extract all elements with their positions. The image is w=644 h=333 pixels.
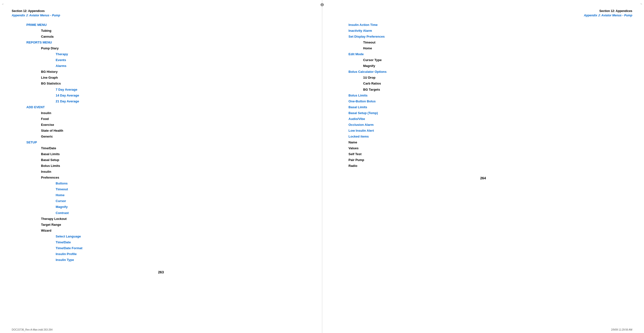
menu-item: Insulin [12, 169, 310, 175]
right-appendix-title: Appendix J: Aviator Menus - Pump [584, 13, 632, 18]
menu-item: Low Insulin Alert [334, 128, 632, 134]
menu-item: Wizard [12, 228, 310, 234]
right-page: Section 12: Appendices Appendix J: Aviat… [322, 0, 644, 333]
menu-item: Target Range [12, 222, 310, 228]
menu-item: Contrast [12, 210, 310, 216]
right-page-header: Section 12: Appendices Appendix J: Aviat… [334, 9, 632, 18]
footer: DOC15736_Rev-A-Man.indd 263-264 2/9/09 1… [0, 328, 644, 331]
menu-item: 1U Drop [334, 75, 632, 81]
menu-item: Timeout [12, 186, 310, 192]
menu-item: Audio/Vibe [334, 116, 632, 122]
menu-item: Bolus Calculator Options [334, 69, 632, 75]
right-page-number: 264 [334, 176, 632, 180]
left-page: Section 12: Appendices Appendix J: Aviat… [0, 0, 322, 333]
menu-item: Magnify [334, 63, 632, 69]
menu-item: Basal Limits [334, 104, 632, 110]
left-page-number: 263 [12, 270, 310, 274]
menu-item: Generic [12, 134, 310, 140]
menu-item: Magnify [12, 204, 310, 210]
menu-item: BG Targets [334, 87, 632, 93]
menu-item: Insulin Profile [12, 251, 310, 257]
menu-item: ADD EVENT [12, 104, 310, 110]
menu-item: Insulin Type [12, 257, 310, 263]
left-header-left: Section 12: Appendices Appendix J: Aviat… [12, 9, 60, 18]
menu-item: Therapy [12, 51, 310, 57]
menu-item: Inactivity Alarm [334, 28, 632, 34]
menu-item: Self Test [334, 151, 632, 157]
menu-item: Radio [334, 163, 632, 169]
menu-item: Values [334, 145, 632, 151]
menu-item: Insulin Action Time [334, 22, 632, 28]
menu-item: Cursor [12, 198, 310, 204]
menu-item: Pair Pump [334, 157, 632, 163]
menu-item: One-Button Bolus [334, 99, 632, 104]
footer-left: DOC15736_Rev-A-Man.indd 263-264 [12, 328, 52, 331]
menu-item: Tubing [12, 28, 310, 34]
menu-item: Carb Ratios [334, 81, 632, 87]
menu-item: Bolus Limits [334, 93, 632, 99]
right-header-right: Section 12: Appendices Appendix J: Aviat… [584, 9, 632, 18]
menu-item: Basal Setup (Temp) [334, 110, 632, 116]
menu-item: Name [334, 140, 632, 145]
menu-item: Alarms [12, 63, 310, 69]
menu-item: Set Display Preferences [334, 34, 632, 40]
menu-item: Pump Diary [12, 46, 310, 51]
menu-item: Food [12, 116, 310, 122]
menu-item: 21 Day Average [12, 99, 310, 104]
left-menu-list: PRIME MENUTubingCannulaREPORTS MENUPump … [12, 22, 310, 263]
menu-item: Buttons [12, 181, 310, 186]
left-page-header: Section 12: Appendices Appendix J: Aviat… [12, 9, 310, 18]
menu-item: Preferences [12, 175, 310, 181]
menu-item: REPORTS MENU [12, 40, 310, 46]
menu-item: Timeout [334, 40, 632, 46]
menu-item: Line Graph [12, 75, 310, 81]
menu-item: State of Health [12, 128, 310, 134]
menu-item: Time/Date [12, 239, 310, 245]
left-section-title: Section 12: Appendices [12, 9, 60, 13]
menu-item: PRIME MENU [12, 22, 310, 28]
menu-item: Therapy Lockout [12, 216, 310, 222]
page-spread: ⊕ ⌐ ¬ Section 12: Appendices Appendix J:… [0, 0, 644, 333]
menu-item: Basal Setup [12, 157, 310, 163]
menu-item: Edit Mode [334, 51, 632, 57]
menu-item: Select Language [12, 234, 310, 239]
menu-item: Home [334, 46, 632, 51]
left-appendix-title: Appendix J: Aviator Menus - Pump [12, 13, 60, 18]
menu-item: BG Statistics [12, 81, 310, 87]
menu-item: Bolus Limits [12, 163, 310, 169]
menu-item: SETUP [12, 140, 310, 145]
menu-item: Occlusion Alarm [334, 122, 632, 128]
menu-item: Exercise [12, 122, 310, 128]
right-section-title: Section 12: Appendices [584, 9, 632, 13]
menu-item: Cannula [12, 34, 310, 40]
menu-item: Locked items [334, 134, 632, 140]
menu-item: Basal Limits [12, 151, 310, 157]
menu-item: Events [12, 57, 310, 63]
menu-item: 7 Day Average [12, 87, 310, 93]
menu-item: BG History [12, 69, 310, 75]
menu-item: Time/Date [12, 145, 310, 151]
menu-item: Insulin [12, 110, 310, 116]
menu-item: Home [12, 192, 310, 198]
menu-item: 14 Day Average [12, 93, 310, 99]
menu-item: Time/Date Format [12, 245, 310, 251]
right-menu-list: Insulin Action TimeInactivity AlarmSet D… [334, 22, 632, 169]
menu-item: Cursor Type [334, 57, 632, 63]
footer-right: 2/9/09 11:29:56 AM [611, 328, 632, 331]
